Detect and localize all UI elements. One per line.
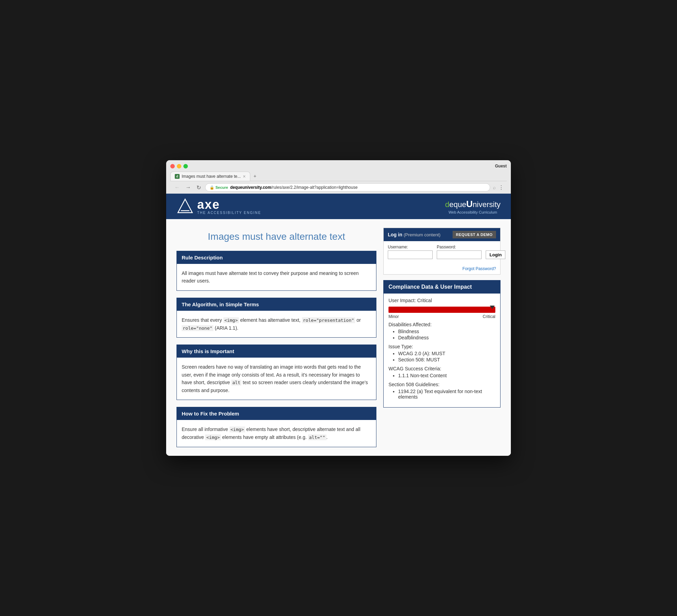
page-title: Images must have alternate text [176,231,376,242]
page-content: axe THE ACCESSIBILITY ENGINE dequeUniver… [166,194,511,456]
close-button[interactable] [170,164,175,168]
axe-tagline: THE ACCESSIBILITY ENGINE [197,211,261,215]
url-path: /rules/axe/2.2/image-alt?application=lig… [271,185,358,190]
compliance-header: Compliance Data & User Impact [384,280,500,294]
algorithm-text-end: (ARIA 1.1). [213,325,238,331]
why-important-body: Screen readers have no way of translatin… [177,358,376,400]
algorithm-card: The Algorithm, in Simple Terms Ensures t… [176,298,376,338]
browser-window: Guest d Images must have alternate te...… [166,160,511,456]
algorithm-code2: role="presentation" [302,317,355,323]
issue-type-title: Issue Type: [388,344,495,349]
window-controls [170,164,188,168]
back-button[interactable]: ← [173,184,181,191]
url-box[interactable]: 🔒 Secure dequeuniversity.com/rules/axe/2… [205,183,490,192]
axe-logo: axe THE ACCESSIBILITY ENGINE [176,198,261,215]
axe-triangle-icon [176,198,194,215]
new-tab-button[interactable]: + [250,171,260,181]
page-title-section: Images must have alternate text [176,228,376,244]
secure-text: Secure [215,185,228,189]
axe-wordmark: axe [197,198,261,211]
tab-title: Images must have alternate te... [182,174,241,179]
deque-subtitle: Web Accessibility Curriculum [445,210,501,214]
disabilities-list: Blindness Deafblindness [388,329,495,340]
list-item: Blindness [398,329,495,334]
menu-icon[interactable]: ⋮ [498,184,504,191]
browser-chrome: Guest d Images must have alternate te...… [166,160,511,194]
rule-description-header: Rule Description [177,251,376,264]
list-item: Section 508: MUST [398,357,495,362]
active-tab[interactable]: d Images must have alternate te... × [170,172,250,181]
login-button[interactable]: Login [486,250,505,259]
section508-section: Section 508 Guidelines: 1194.22 (a) Text… [388,382,495,400]
forward-button[interactable]: → [184,184,192,191]
section508-title: Section 508 Guidelines: [388,382,495,387]
disabilities-title: Disabilities Affected: [388,322,495,327]
username-label: Username: [388,245,433,249]
deque-university-logo: dequeUniversity Web Accessibility Curric… [445,199,501,214]
fix-code1: <img> [230,427,245,432]
axe-text-group: axe THE ACCESSIBILITY ENGINE [197,198,261,215]
slider-indicator [490,306,495,309]
fix-code2: <img> [205,434,221,440]
section508-list: 1194.22 (a) Text equivalent for non-text… [388,389,495,400]
list-item: Deafblindness [398,335,495,340]
tab-close-icon[interactable]: × [243,174,245,179]
disabilities-section: Disabilities Affected: Blindness Deafbli… [388,322,495,340]
username-group: Username: [388,245,433,259]
username-input[interactable] [388,250,433,259]
forgot-password-link[interactable]: Forgot Password? [463,266,496,271]
deque-U-letter: U [466,199,473,209]
forgot-password-section: Forgot Password? [384,265,500,274]
how-to-fix-card: How to Fix the Problem Ensure all inform… [176,407,376,447]
algorithm-code3: role="none" [182,325,213,331]
user-impact-label: User Impact: Critical [388,298,495,303]
why-important-header: Why this is Important [177,345,376,358]
issue-type-section: Issue Type: WCAG 2.0 (A): MUST Section 5… [388,344,495,362]
list-item: 1194.22 (a) Text equivalent for non-text… [398,389,495,400]
search-icon[interactable]: ⌕ [493,185,496,190]
guest-label: Guest [495,164,507,168]
how-to-fix-body: Ensure all informative <img> elements ha… [177,420,376,447]
how-to-fix-text: Ensure all informative <img> elements ha… [182,425,371,441]
lock-icon: 🔒 [210,185,214,190]
algorithm-text: Ensures that every <img> element has alt… [182,316,371,332]
compliance-body: User Impact: Critical Minor Critical [384,294,500,407]
why-code1: alt [231,380,241,386]
reload-button[interactable]: ↻ [195,184,202,192]
algorithm-body: Ensures that every <img> element has alt… [177,311,376,338]
slider-min-label: Minor [388,314,399,319]
request-demo-button[interactable]: REQUEST A DEMO [453,231,496,238]
deque-niversity: niversity [473,200,501,209]
login-header: Log in (Premium content) REQUEST A DEMO [384,228,500,241]
deque-d-letter: d [445,200,449,209]
deque-rest: eque [449,200,466,209]
wcag-list: 1.1.1 Non-text Content [388,373,495,378]
algorithm-header: The Algorithm, in Simple Terms [177,298,376,311]
login-title: Log in (Premium content) [388,232,441,237]
main-layout: Images must have alternate text Rule Des… [166,219,511,456]
list-item: WCAG 2.0 (A): MUST [398,351,495,356]
slider-bar [388,307,495,313]
main-column: Images must have alternate text Rule Des… [176,228,376,447]
title-bar: Guest [170,164,507,168]
fix-code3: alt="" [308,434,326,440]
rule-description-card: Rule Description All images must have al… [176,251,376,291]
password-input[interactable] [437,250,482,259]
algorithm-code1: <img> [223,317,239,323]
why-important-text: Screen readers have no way of translatin… [182,363,371,394]
credentials-row: Username: Password: Login [388,245,496,259]
issue-type-list: WCAG 2.0 (A): MUST Section 508: MUST [388,351,495,362]
sidebar-column: Log in (Premium content) REQUEST A DEMO … [383,228,501,447]
fix-text-4: . [326,434,328,440]
login-fields: Username: Password: Login [384,241,500,265]
rule-description-text: All images must have alternate text to c… [182,269,371,285]
premium-text: (Premium content) [404,232,441,237]
site-header: axe THE ACCESSIBILITY ENGINE dequeUniver… [166,194,511,219]
maximize-button[interactable] [183,164,188,168]
minimize-button[interactable] [177,164,181,168]
algorithm-text-plain: Ensures that every [182,317,223,323]
why-important-card: Why this is Important Screen readers hav… [176,345,376,400]
tab-bar: d Images must have alternate te... × + [170,171,507,181]
slider-labels: Minor Critical [388,314,495,319]
wcag-title: WCAG Success Criteria: [388,366,495,371]
